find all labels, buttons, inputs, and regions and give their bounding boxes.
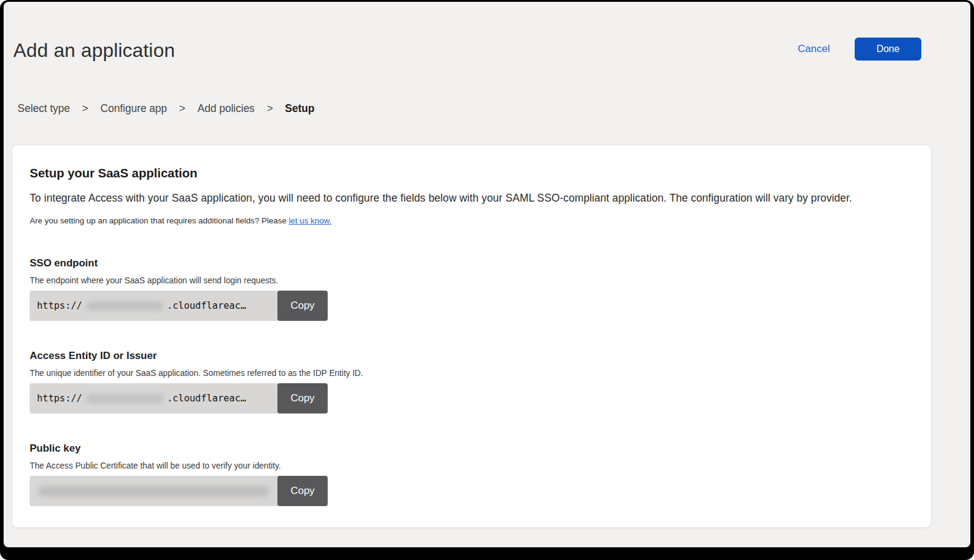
breadcrumb: Select type>Configure app>Add policies>S… [18, 102, 314, 115]
note-text: Are you setting up an application that r… [30, 216, 289, 225]
value-suffix: .cloudflareac… [167, 393, 247, 404]
breadcrumb-item[interactable]: Configure app [101, 102, 167, 115]
breadcrumb-item[interactable]: Add policies [197, 102, 254, 115]
field-description: The unique identifier of your SaaS appli… [30, 369, 913, 378]
copy-button[interactable]: Copy [277, 476, 328, 506]
field-value: https:// .cloudflareac… [30, 291, 279, 321]
value-prefix: https:// [37, 300, 82, 311]
copy-button[interactable]: Copy [277, 291, 328, 321]
field-description: The endpoint where your SaaS application… [30, 276, 913, 285]
let-us-know-link[interactable]: let us know. [289, 216, 332, 225]
setup-card: Setup your SaaS application To integrate… [12, 145, 932, 528]
page-title: Add an application [13, 39, 175, 62]
card-note: Are you setting up an application that r… [30, 216, 913, 225]
breadcrumb-item[interactable]: Select type [18, 102, 70, 115]
window-frame: Add an application Cancel Done Select ty… [0, 0, 974, 560]
field-description: The Access Public Certificate that will … [30, 461, 913, 470]
field-value: https:// .cloudflareac… [30, 383, 279, 413]
redacted-value [86, 301, 164, 311]
field-value-row: https:// .cloudflareac… Copy [30, 291, 328, 321]
add-application-page: Add an application Cancel Done Select ty… [4, 2, 970, 547]
breadcrumb-separator: > [267, 102, 273, 115]
breadcrumb-current: Setup [285, 102, 315, 115]
value-suffix: .cloudflareac… [167, 300, 247, 311]
field-label: Access Entity ID or Issuer [30, 350, 913, 362]
field-block: Public key The Access Public Certificate… [30, 443, 913, 506]
value-prefix: https:// [37, 393, 82, 404]
field-value-row: https:// .cloudflareac… Copy [30, 383, 328, 413]
field-label: SSO endpoint [30, 257, 913, 269]
cancel-button[interactable]: Cancel [798, 43, 830, 55]
field-list: SSO endpoint The endpoint where your Saa… [30, 257, 913, 506]
redacted-value [86, 394, 164, 403]
field-value-row: Copy [30, 476, 328, 506]
breadcrumb-separator: > [179, 102, 185, 115]
field-block: Access Entity ID or Issuer The unique id… [30, 350, 913, 413]
field-label: Public key [30, 443, 913, 455]
breadcrumb-separator: > [82, 102, 88, 115]
card-heading: Setup your SaaS application [30, 166, 913, 180]
done-button[interactable]: Done [855, 38, 921, 61]
card-intro: To integrate Access with your SaaS appli… [30, 192, 913, 205]
copy-button[interactable]: Copy [277, 383, 328, 413]
field-value [30, 476, 279, 506]
redacted-value [38, 487, 270, 496]
field-block: SSO endpoint The endpoint where your Saa… [30, 257, 913, 321]
